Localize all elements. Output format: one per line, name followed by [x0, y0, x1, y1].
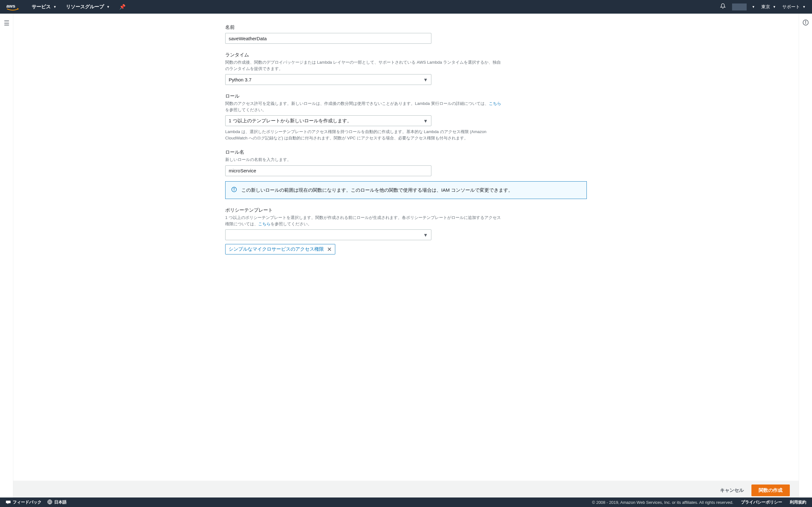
- pin-icon: 📌: [119, 4, 125, 10]
- role-help-prefix: 関数のアクセス許可を定義します。新しいロールは、作成後の数分間は使用できないこと…: [225, 101, 489, 106]
- role-label: ロール: [225, 93, 587, 99]
- field-name: 名前 saveWeatherData: [225, 24, 587, 44]
- footer-language[interactable]: 日本語: [47, 499, 67, 505]
- create-function-panel: 名前 saveWeatherData ランタイム 関数の作成後、関数のデプロイパ…: [212, 24, 600, 255]
- policy-templates-label: ポリシーテンプレート: [225, 207, 587, 213]
- name-input-value: saveWeatherData: [229, 36, 267, 41]
- info-box-message: この新しいロールの範囲は現在の関数になります。このロールを他の関数で使用する場合…: [241, 187, 513, 194]
- role-help-suffix: を参照してください。: [225, 107, 266, 112]
- role-select-value: 1 つ以上のテンプレートから新しいロールを作成します。: [229, 118, 352, 124]
- role-name-input[interactable]: microService: [225, 165, 432, 176]
- name-label: 名前: [225, 24, 587, 31]
- role-select[interactable]: 1 つ以上のテンプレートから新しいロールを作成します。 ▼: [225, 115, 432, 126]
- runtime-select[interactable]: Python 3.7 ▼: [225, 74, 432, 85]
- nav-support-label: サポート: [782, 4, 800, 10]
- nav-resource-groups[interactable]: リソースグループ ▼: [66, 4, 110, 10]
- main-area: 名前 saveWeatherData ランタイム 関数の作成後、関数のデプロイパ…: [13, 14, 799, 498]
- footer-feedback-label: フィードバック: [13, 499, 42, 505]
- name-input[interactable]: saveWeatherData: [225, 33, 432, 44]
- role-name-input-value: microService: [229, 168, 256, 173]
- nav-resource-groups-label: リソースグループ: [66, 4, 104, 10]
- aws-logo[interactable]: aws: [6, 3, 19, 11]
- nav-account[interactable]: ▼: [732, 3, 755, 10]
- policy-template-token[interactable]: シンプルなマイクロサービスのアクセス権限 ✕: [225, 244, 335, 255]
- footer-feedback[interactable]: フィードバック: [6, 499, 42, 505]
- policy-template-token-label: シンプルなマイクロサービスのアクセス権限: [229, 246, 324, 252]
- chat-icon: [6, 499, 11, 505]
- cancel-button[interactable]: キャンセル: [720, 487, 744, 493]
- footer-language-label: 日本語: [54, 499, 67, 505]
- runtime-select-value: Python 3.7: [229, 77, 252, 82]
- info-icon: [231, 187, 237, 193]
- runtime-help: 関数の作成後、関数のデプロイパッケージまたは Lambda レイヤーの一部として…: [225, 59, 501, 72]
- nav-right: ▼ 東京 ▼ サポート ▼: [720, 3, 806, 10]
- role-name-label: ロール名: [225, 149, 587, 155]
- svg-point-6: [805, 21, 806, 21]
- policy-templates-help: 1 つ以上のポリシーテンプレートを選択します。関数が作成される前にロールが生成さ…: [225, 215, 501, 227]
- footer-terms-link[interactable]: 利用規約: [790, 499, 806, 505]
- caret-down-icon: ▼: [423, 232, 428, 238]
- caret-down-icon: ▼: [773, 5, 776, 9]
- account-placeholder-icon: [732, 3, 747, 10]
- footer-copyright: © 2008 - 2019, Amazon Web Services, Inc.…: [592, 500, 733, 505]
- globe-icon: [47, 499, 52, 505]
- caret-down-icon: ▼: [423, 77, 428, 82]
- role-name-help: 新しいロールの名前を入力します。: [225, 157, 501, 163]
- nav-support[interactable]: サポート ▼: [782, 4, 806, 10]
- field-policy-templates: ポリシーテンプレート 1 つ以上のポリシーテンプレートを選択します。関数が作成さ…: [225, 207, 587, 255]
- nav-services-label: サービス: [32, 4, 51, 10]
- role-after-help: Lambda は、選択したポリシーテンプレートのアクセス権限を持つロールを自動的…: [225, 129, 489, 141]
- app-body: ☰ 名前 saveWeatherData ランタイム 関数の作成後、関数のデプロ…: [0, 14, 812, 498]
- close-icon[interactable]: ✕: [327, 246, 332, 252]
- left-rail: ☰: [0, 14, 13, 498]
- footer-left: フィードバック 日本語: [6, 499, 67, 505]
- nav-pin[interactable]: 📌: [119, 4, 125, 10]
- caret-down-icon: ▼: [752, 5, 755, 9]
- footer: フィードバック 日本語 © 2008 - 2019, Amazon Web Se…: [0, 498, 812, 507]
- role-scope-info-box: この新しいロールの範囲は現在の関数になります。このロールを他の関数で使用する場合…: [225, 181, 587, 199]
- svg-point-3: [234, 188, 235, 188]
- role-help-link[interactable]: こちら: [489, 101, 501, 106]
- field-runtime: ランタイム 関数の作成後、関数のデプロイパッケージまたは Lambda レイヤー…: [225, 52, 587, 85]
- field-role: ロール 関数のアクセス許可を定義します。新しいロールは、作成後の数分間は使用でき…: [225, 93, 587, 141]
- nav-region[interactable]: 東京 ▼: [761, 4, 776, 10]
- runtime-label: ランタイム: [225, 52, 587, 58]
- footer-privacy-link[interactable]: プライバシーポリシー: [741, 499, 782, 505]
- svg-text:aws: aws: [6, 3, 15, 9]
- footer-right: © 2008 - 2019, Amazon Web Services, Inc.…: [592, 499, 806, 505]
- caret-down-icon: ▼: [803, 5, 806, 9]
- action-bar: キャンセル 関数の作成: [13, 481, 799, 498]
- top-nav: aws サービス ▼ リソースグループ ▼ 📌 ▼ 東京 ▼ サポート ▼: [0, 0, 812, 14]
- policy-templates-select[interactable]: ▼: [225, 229, 432, 240]
- field-role-name: ロール名 新しいロールの名前を入力します。 microService: [225, 149, 587, 176]
- caret-down-icon: ▼: [107, 5, 110, 9]
- policy-templates-help-suffix: を参照してください。: [270, 222, 312, 226]
- nav-services[interactable]: サービス ▼: [32, 4, 56, 10]
- policy-templates-help-link[interactable]: こちら: [258, 222, 270, 226]
- info-icon[interactable]: [803, 19, 809, 26]
- notifications-icon[interactable]: [720, 3, 726, 10]
- right-rail: [799, 14, 812, 498]
- role-help: 関数のアクセス許可を定義します。新しいロールは、作成後の数分間は使用できないこと…: [225, 101, 501, 113]
- nav-region-label: 東京: [761, 4, 770, 10]
- create-function-button[interactable]: 関数の作成: [751, 485, 790, 496]
- caret-down-icon: ▼: [423, 118, 428, 124]
- hamburger-icon[interactable]: ☰: [4, 19, 9, 27]
- main-content: 名前 saveWeatherData ランタイム 関数の作成後、関数のデプロイパ…: [13, 14, 799, 481]
- caret-down-icon: ▼: [53, 5, 56, 9]
